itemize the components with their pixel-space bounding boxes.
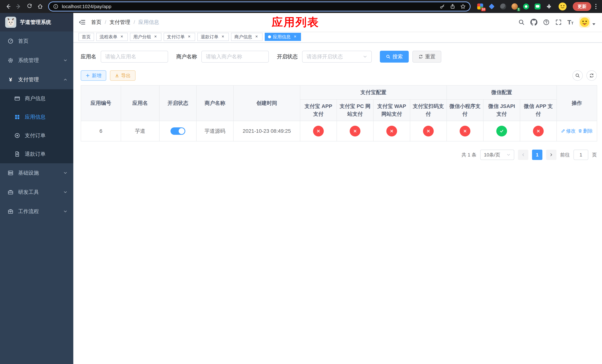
page-size-select[interactable]: 10条/页 [480, 150, 514, 160]
browser-update-button[interactable]: 更新 [573, 2, 591, 11]
sidebar-toggle-button[interactable] [73, 13, 91, 32]
extension-dark-icon[interactable] [499, 3, 507, 10]
status-toggle[interactable] [171, 127, 185, 135]
tab-home[interactable]: 首页 [78, 33, 94, 41]
app-title: 芋道管理系统 [20, 19, 51, 26]
extensions-puzzle-icon[interactable] [545, 3, 553, 10]
sidebar-item-home[interactable]: 首页 [0, 32, 73, 51]
browser-menu-icon[interactable] [593, 4, 599, 9]
sidebar-item-pay-order[interactable]: 支付订单 [0, 126, 73, 145]
tab-label: 首页 [82, 34, 91, 40]
close-icon[interactable]: × [292, 34, 298, 39]
close-icon[interactable]: × [119, 34, 124, 39]
tab-app-info[interactable]: 应用信息× [265, 33, 301, 41]
tab-pay-order[interactable]: 支付订单× [164, 33, 195, 41]
close-icon[interactable]: × [153, 34, 158, 39]
sidebar-item-devtools[interactable]: 研发工具 [0, 182, 73, 202]
delete-link[interactable]: 删除 [578, 128, 593, 134]
search-button[interactable]: 搜索 [380, 51, 409, 63]
column-header-app-id: 应用编号 [81, 85, 121, 121]
goto-page-input[interactable] [573, 150, 588, 160]
sidebar-item-system[interactable]: 系统管理 [0, 51, 73, 70]
x-icon [426, 129, 431, 133]
sidebar-item-refund-order[interactable]: 退款订单 [0, 145, 73, 163]
chevron-down-icon [63, 190, 67, 194]
sidebar-item-workflow[interactable]: 工作流程 [0, 202, 73, 221]
sidebar-item-infrastructure[interactable]: 基础设施 [0, 163, 73, 182]
toggle-search-button[interactable] [572, 70, 583, 81]
app-name-label: 应用名 [81, 53, 96, 60]
add-button[interactable]: 新增 [81, 70, 106, 81]
tab-user-group[interactable]: 用户分组× [130, 33, 161, 41]
breadcrumb-payment[interactable]: 支付管理 [110, 19, 130, 26]
toolbox-icon [7, 189, 14, 195]
chevron-down-icon[interactable] [592, 23, 595, 25]
browser-profile-avatar[interactable] [558, 2, 567, 11]
sidebar-item-label: 支付订单 [25, 132, 67, 139]
next-page-button[interactable] [546, 150, 557, 160]
active-tab-dot [268, 35, 271, 38]
wechat-jsapi-status [496, 126, 507, 137]
user-avatar[interactable] [579, 17, 590, 28]
sidebar-item-payment[interactable]: ¥ 支付管理 [0, 70, 73, 89]
chevron-left-icon [521, 153, 525, 157]
status-select[interactable]: 请选择开启状态 [302, 51, 372, 63]
browser-reload-button[interactable] [24, 1, 34, 11]
extension-diamond-icon[interactable] [488, 3, 495, 10]
close-icon[interactable]: × [187, 34, 192, 39]
close-icon[interactable]: × [220, 34, 226, 39]
sidebar-item-app-info[interactable]: 应用信息 [0, 108, 73, 126]
tab-merchant-info[interactable]: 商户信息× [231, 33, 262, 41]
extension-avatar-icon[interactable]: 1 [511, 3, 518, 10]
github-button[interactable] [530, 19, 538, 26]
export-button[interactable]: 导出 [110, 70, 136, 81]
download-icon [115, 73, 119, 78]
group-header-alipay: 支付宝配置 [300, 85, 447, 99]
sidebar-item-merchant-info[interactable]: 商户信息 [0, 89, 73, 108]
edit-link[interactable]: 修改 [561, 128, 576, 134]
column-header-status: 开启状态 [159, 85, 196, 121]
refresh-table-button[interactable] [586, 70, 597, 81]
reset-button[interactable]: 重置 [412, 51, 441, 63]
prev-page-button[interactable] [518, 150, 528, 160]
smiley-avatar-icon [579, 17, 590, 28]
browser-forward-button[interactable] [14, 1, 24, 11]
browser-back-button[interactable] [3, 1, 13, 11]
merchant-name-input[interactable] [201, 51, 269, 63]
sidebar-item-label: 应用信息 [25, 114, 67, 120]
tab-refund-order[interactable]: 退款订单× [197, 33, 229, 41]
fullscreen-button[interactable] [555, 19, 562, 26]
bookmark-star-icon[interactable] [460, 4, 466, 9]
address-bar[interactable]: localhost:1024/pay/app [48, 1, 471, 11]
extension-grid-icon[interactable]: 10 [476, 3, 484, 10]
breadcrumb-separator: / [105, 19, 106, 25]
chevron-right-icon [549, 153, 553, 157]
chevron-down-icon [63, 209, 67, 214]
breadcrumb-home[interactable]: 首页 [91, 19, 101, 26]
yen-icon: ¥ [7, 77, 14, 82]
url-text[interactable]: localhost:1024/pay/app [62, 4, 436, 10]
site-info-icon[interactable] [53, 4, 58, 9]
tab-label: 商户信息 [234, 34, 252, 40]
share-icon[interactable] [450, 4, 455, 9]
tab-process-form[interactable]: 流程表单× [96, 33, 128, 41]
browser-home-button[interactable] [35, 1, 45, 11]
app-name-input[interactable] [101, 51, 168, 63]
help-button[interactable] [543, 19, 550, 26]
hamburger-fold-icon [79, 19, 86, 26]
extension-green-circle-icon[interactable] [522, 3, 530, 10]
forward-arrow-icon [16, 3, 22, 10]
extension-chat-icon[interactable] [534, 3, 541, 10]
column-header-alipay-pc: 支付宝 PC 网站支付 [337, 99, 373, 121]
password-key-icon[interactable] [440, 4, 445, 9]
refresh-icon [589, 73, 594, 78]
screen: localhost:1024/pay/app 10 1 更新 芋道管理系统 [0, 0, 602, 364]
sidebar-item-label: 工作流程 [18, 208, 59, 215]
tags-view: 首页 流程表单× 用户分组× 支付订单× 退款订单× 商户信息× 应用信息× [73, 32, 602, 43]
plus-icon [86, 73, 90, 78]
header-search-button[interactable] [518, 19, 525, 26]
goto-label: 前往 [560, 152, 570, 158]
font-size-button[interactable]: TT [567, 19, 573, 25]
close-icon[interactable]: × [254, 34, 259, 39]
page-1-button[interactable]: 1 [532, 150, 542, 160]
